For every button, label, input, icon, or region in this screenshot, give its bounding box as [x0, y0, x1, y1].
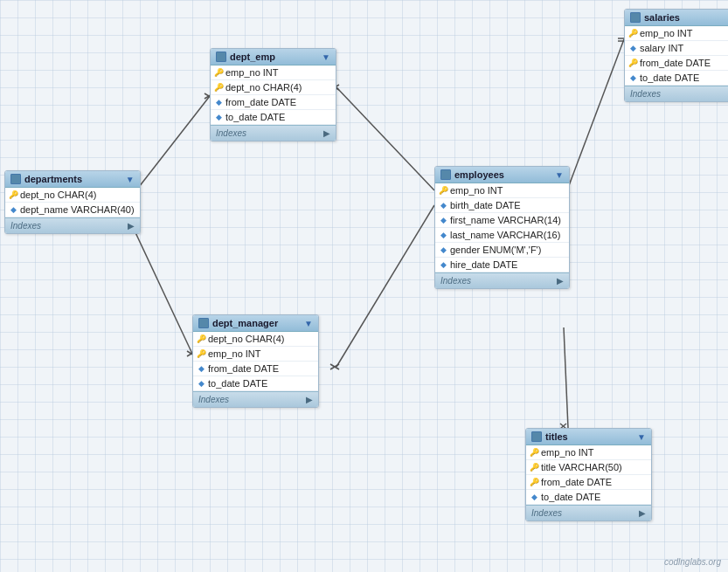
field-name: dept_no CHAR(4)	[225, 82, 302, 93]
indexes-label: Indexes	[198, 395, 229, 404]
svg-line-4	[568, 39, 624, 188]
field-name: dept_name VARCHAR(40)	[20, 204, 135, 215]
field-name: emp_no INT	[640, 28, 693, 38]
field-name: dept_no CHAR(4)	[208, 334, 284, 344]
indexes-expand-icon[interactable]: ▶	[557, 276, 564, 286]
field-row: 🔑 emp_no INT	[193, 347, 318, 362]
field-row: 🔑 from_date DATE	[625, 56, 728, 71]
field-icon: ◆	[439, 245, 447, 254]
field-name: salary INT	[640, 43, 683, 53]
field-row: ◆ to_date DATE	[193, 376, 318, 391]
primary-key-icon: 🔑	[439, 186, 447, 195]
field-row: ◆ dept_name VARCHAR(40)	[5, 203, 140, 217]
indexes-bar-titles[interactable]: Indexes ▶	[526, 505, 651, 520]
dropdown-icon[interactable]: ▼	[322, 52, 330, 62]
field-name: dept_no CHAR(4)	[20, 190, 96, 200]
field-row: 🔑 emp_no INT	[211, 65, 336, 80]
field-icon: ◆	[439, 231, 447, 239]
table-dept-emp-header[interactable]: dept_emp ▼	[211, 49, 336, 65]
indexes-label: Indexes	[531, 508, 562, 518]
field-row: ◆ from_date DATE	[211, 95, 336, 110]
table-departments-name: departments	[24, 174, 122, 184]
field-name: to_date DATE	[640, 72, 699, 83]
field-icon: ◆	[628, 44, 637, 52]
field-icon: ◆	[439, 201, 447, 210]
field-icon: ◆	[439, 260, 447, 269]
indexes-bar-employees[interactable]: Indexes ▶	[435, 272, 569, 288]
indexes-expand-icon[interactable]: ▶	[323, 128, 330, 138]
svg-line-2	[336, 87, 434, 190]
field-icon: ◆	[530, 493, 538, 501]
indexes-label: Indexes	[440, 276, 471, 286]
primary-key-icon: 🔑	[530, 478, 538, 486]
field-name: title VARCHAR(50)	[541, 462, 622, 472]
field-name: birth_date DATE	[450, 200, 521, 210]
field-row: 🔑 dept_no CHAR(4)	[193, 332, 318, 347]
field-row: ◆ to_date DATE	[526, 490, 651, 505]
field-row: ◆ to_date DATE	[211, 110, 336, 125]
primary-key-icon: 🔑	[214, 68, 223, 77]
indexes-expand-icon[interactable]: ▶	[128, 221, 135, 231]
table-employees-header[interactable]: employees ▼	[435, 167, 569, 183]
indexes-expand-icon[interactable]: ▶	[306, 395, 313, 404]
indexes-bar-dept-manager[interactable]: Indexes ▶	[193, 391, 318, 407]
table-icon	[10, 174, 21, 184]
field-name: from_date DATE	[208, 363, 279, 374]
field-row: 🔑 emp_no INT	[435, 183, 569, 198]
field-name: from_date DATE	[541, 477, 612, 487]
table-dept-manager-header[interactable]: dept_manager ▼	[193, 315, 318, 332]
field-name: from_date DATE	[640, 58, 711, 68]
field-icon: ◆	[197, 364, 205, 373]
dropdown-icon[interactable]: ▼	[637, 432, 646, 442]
field-name: emp_no INT	[225, 67, 279, 78]
field-row: ◆ hire_date DATE	[435, 258, 569, 272]
watermark: codlnglabs.org	[664, 557, 721, 567]
table-dept-emp-name: dept_emp	[230, 52, 318, 62]
table-salaries-name: salaries	[644, 12, 728, 23]
field-icon: ◆	[9, 205, 17, 214]
field-row: ◆ salary INT	[625, 41, 728, 56]
field-name: hire_date DATE	[450, 259, 517, 270]
indexes-label: Indexes	[630, 89, 661, 99]
dropdown-icon[interactable]: ▼	[555, 170, 564, 180]
primary-key-icon: 🔑	[214, 83, 223, 92]
svg-line-5	[564, 327, 568, 428]
primary-key-icon: 🔑	[197, 334, 205, 343]
table-icon	[531, 431, 542, 442]
primary-key-icon: 🔑	[197, 349, 205, 358]
svg-line-12	[330, 364, 339, 369]
field-icon: ◆	[214, 98, 223, 107]
dropdown-icon[interactable]: ▼	[304, 319, 313, 328]
field-row: 🔑 dept_no CHAR(4)	[5, 188, 140, 203]
indexes-bar-salaries[interactable]: Indexes ▶	[625, 86, 728, 101]
primary-key-icon: 🔑	[530, 463, 538, 472]
field-row: ◆ last_name VARCHAR(16)	[435, 228, 569, 243]
table-titles-header[interactable]: titles ▼	[526, 429, 651, 445]
field-name: from_date DATE	[225, 97, 296, 107]
primary-key-icon: 🔑	[9, 190, 17, 199]
field-row: ◆ birth_date DATE	[435, 198, 569, 213]
indexes-expand-icon[interactable]: ▶	[639, 508, 646, 518]
dropdown-icon[interactable]: ▼	[126, 175, 135, 184]
table-departments-header[interactable]: departments ▼	[5, 171, 140, 188]
table-icon	[198, 318, 209, 328]
table-dept-emp: dept_emp ▼ 🔑 emp_no INT 🔑 dept_no CHAR(4…	[210, 48, 336, 141]
indexes-bar-departments[interactable]: Indexes ▶	[5, 217, 140, 233]
indexes-bar-dept-emp[interactable]: Indexes ▶	[211, 125, 336, 141]
field-name: last_name VARCHAR(16)	[450, 230, 560, 240]
table-employees-name: employees	[454, 169, 551, 180]
primary-key-icon: 🔑	[628, 29, 637, 38]
field-row: ◆ from_date DATE	[193, 362, 318, 376]
field-name: emp_no INT	[541, 447, 594, 458]
table-icon	[216, 52, 226, 62]
primary-key-icon: 🔑	[530, 448, 538, 457]
svg-line-1	[127, 214, 192, 354]
field-row: ◆ to_date DATE	[625, 71, 728, 86]
field-name: first_name VARCHAR(14)	[450, 215, 561, 225]
table-salaries-header[interactable]: salaries ▼	[625, 10, 728, 26]
field-row: 🔑 title VARCHAR(50)	[526, 460, 651, 475]
field-name: to_date DATE	[208, 378, 267, 389]
table-icon	[440, 169, 451, 180]
field-row: 🔑 from_date DATE	[526, 475, 651, 490]
field-name: emp_no INT	[208, 348, 261, 359]
